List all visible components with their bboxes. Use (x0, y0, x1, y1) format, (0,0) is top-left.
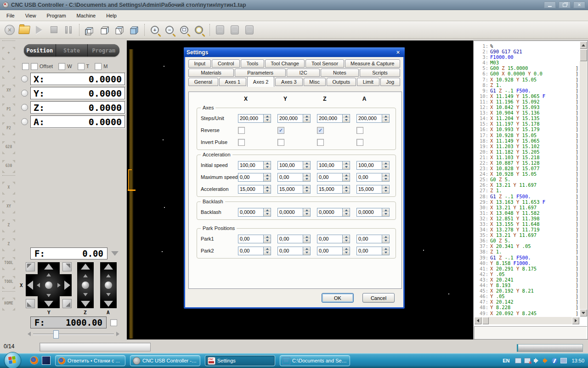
spin-up-icon[interactable] (382, 185, 389, 190)
side-button-p1-3[interactable]: P1 (2, 103, 16, 117)
gcode-line[interactable]: 7:X 10.928 Y 15.05] (475, 77, 579, 82)
tab-measure-capture[interactable]: Measure & Capture (345, 59, 400, 68)
checkbox-invert-pulse-x[interactable] (238, 139, 245, 146)
spin-down-icon[interactable] (343, 212, 350, 216)
spin-down-icon[interactable] (382, 251, 389, 255)
clock[interactable]: 13:50 (571, 358, 584, 363)
gcode-line[interactable]: 36:G0 Z 5.] (475, 238, 579, 243)
tab-input[interactable]: Input (188, 59, 211, 68)
spin-input-acceleration-x[interactable]: 15,000 (238, 185, 271, 194)
spin-up-icon[interactable] (303, 235, 310, 239)
spin-down-icon[interactable] (303, 165, 310, 169)
spin-down-icon[interactable] (382, 189, 389, 193)
gcode-line[interactable]: 17:X 10.928 Y 15.05] (475, 132, 579, 138)
spin-up-icon[interactable] (343, 115, 350, 119)
speaker-orange-icon[interactable] (543, 358, 549, 363)
spin-input-initial-speed-a[interactable]: 100,00 (356, 161, 390, 170)
horizontal-scroll-thumb[interactable] (482, 317, 489, 324)
spin-input-initial-speed-y[interactable]: 100,00 (277, 161, 311, 170)
tab-i2c[interactable]: I2C (287, 69, 320, 77)
axis-radio-a[interactable] (21, 118, 28, 125)
spin-up-icon[interactable] (264, 173, 271, 178)
jog-y-minus-slow-icon[interactable] (46, 294, 51, 297)
checkbox-reverse-z[interactable]: ✓ (317, 127, 324, 134)
menu-file[interactable]: File (6, 12, 16, 19)
spin-input-steps-unit-a[interactable]: 200,000 (356, 114, 390, 123)
spin-down-icon[interactable] (264, 212, 271, 216)
gcode-horizontal-scrollbar[interactable] (474, 317, 579, 324)
jog-a-plus-slow-icon[interactable] (106, 274, 111, 277)
spin-up-icon[interactable] (382, 173, 389, 178)
jog-a-knob[interactable] (105, 282, 112, 289)
side-button-item-0[interactable]: + (2, 46, 16, 60)
spin-up-icon[interactable] (343, 247, 350, 251)
gcode-line[interactable]: 37:X 20.341 Y .05] (475, 243, 579, 249)
spin-down-icon[interactable] (303, 212, 310, 216)
jog-diagonal-up-left-button[interactable] (26, 262, 35, 271)
monitor-audio-icon[interactable] (515, 358, 521, 363)
jog-pad-z[interactable] (77, 262, 94, 308)
jog-z-minus-slow-icon[interactable] (83, 293, 88, 296)
spin-down-icon[interactable] (264, 165, 271, 169)
spin-input-backlash-a[interactable]: 0,0000 (356, 208, 390, 217)
gcode-line[interactable]: 11:X 11.196 Y 15.092] (475, 99, 579, 104)
gcode-line[interactable]: 1:% (475, 43, 579, 49)
menu-program[interactable]: Program (45, 12, 67, 19)
side-button-g30-6[interactable]: G30 (2, 160, 16, 173)
stop-button[interactable] (47, 23, 61, 37)
spin-up-icon[interactable] (343, 173, 350, 178)
spin-up-icon[interactable] (343, 161, 350, 166)
spin-down-icon[interactable] (343, 239, 350, 243)
spin-input-park2-y[interactable]: 0,00 (277, 247, 311, 255)
jog-y-minus-icon[interactable] (44, 301, 53, 307)
spin-up-icon[interactable] (303, 247, 310, 251)
gcode-line[interactable]: 21:X 11.103 Y 15.218] (475, 155, 579, 160)
jog-y-plus-slow-icon[interactable] (46, 273, 51, 276)
side-button-z-9[interactable]: Z (2, 219, 16, 233)
spin-down-icon[interactable] (343, 165, 350, 169)
spin-input-acceleration-y[interactable]: 15,000 (277, 185, 311, 194)
jog-pad-xy[interactable] (26, 262, 72, 308)
gcode-line[interactable]: 2:G90 G17 G21 (475, 49, 579, 54)
quicklaunch-app-icon[interactable] (42, 356, 50, 364)
jog-z-plus-slow-icon[interactable] (83, 274, 88, 277)
spin-down-icon[interactable] (264, 189, 271, 193)
spin-up-icon[interactable] (382, 235, 389, 239)
volume-icon[interactable] (533, 358, 540, 363)
spin-down-icon[interactable] (264, 177, 271, 181)
tab-jog[interactable]: Jog (380, 78, 400, 86)
spin-up-icon[interactable] (382, 161, 389, 166)
taskbar-button-cnc-usb-controller-c[interactable]: CNC USB Controller - C... (130, 355, 200, 366)
tab-general[interactable]: General (188, 78, 218, 86)
ok-button[interactable]: OK (322, 293, 354, 303)
checkbox-reverse-x[interactable] (238, 127, 245, 134)
side-button-xy-2[interactable]: XY (2, 84, 16, 98)
spin-input-park2-a[interactable]: 0,00 (356, 247, 390, 255)
gcode-line[interactable]: 45:X 20.192 Y 8.21] (475, 288, 579, 293)
scroll-right-button[interactable] (572, 317, 579, 324)
gcode-line[interactable]: 6:G00 X 0.0000 Y 0.0] (475, 71, 579, 76)
checkbox-offset[interactable] (31, 63, 38, 70)
spin-input-maximum-speed-z[interactable]: 0,00 (317, 173, 350, 182)
jog-z-knob[interactable] (82, 282, 89, 289)
jog-z-plus-icon[interactable] (81, 264, 90, 270)
view-front-button[interactable] (112, 23, 126, 37)
view-side-button[interactable] (97, 23, 111, 37)
gcode-line[interactable]: 3:F1000.00 (475, 54, 579, 60)
gcode-line[interactable]: 13:X 10.904 Y 15.136] (475, 110, 579, 115)
tab-axes-1[interactable]: Axes 1 (219, 78, 246, 86)
spin-up-icon[interactable] (382, 208, 389, 213)
view-perspective-button[interactable] (83, 23, 96, 37)
gcode-listing[interactable]: 1:%2:G90 G17 G213:F1000.004:M035:G00 Z 1… (475, 42, 579, 317)
spin-up-icon[interactable] (343, 208, 350, 213)
gcode-line[interactable]: 30:X 13.21 Y 11.697] (475, 205, 579, 210)
scroll-up-button[interactable] (580, 41, 587, 49)
spin-down-icon[interactable] (382, 239, 389, 243)
gcode-line[interactable]: 34:X 13.278 Y 11.719] (475, 227, 579, 232)
side-button-xy-8[interactable]: XY (2, 200, 16, 214)
spin-input-acceleration-a[interactable]: 15,000 (356, 185, 390, 194)
jog-diagonal-down-right-button[interactable] (62, 299, 72, 308)
spin-up-icon[interactable] (264, 185, 271, 190)
gcode-line[interactable]: 10:X 11.149 Y 15.065 F] (475, 93, 579, 99)
spin-down-icon[interactable] (303, 177, 310, 181)
